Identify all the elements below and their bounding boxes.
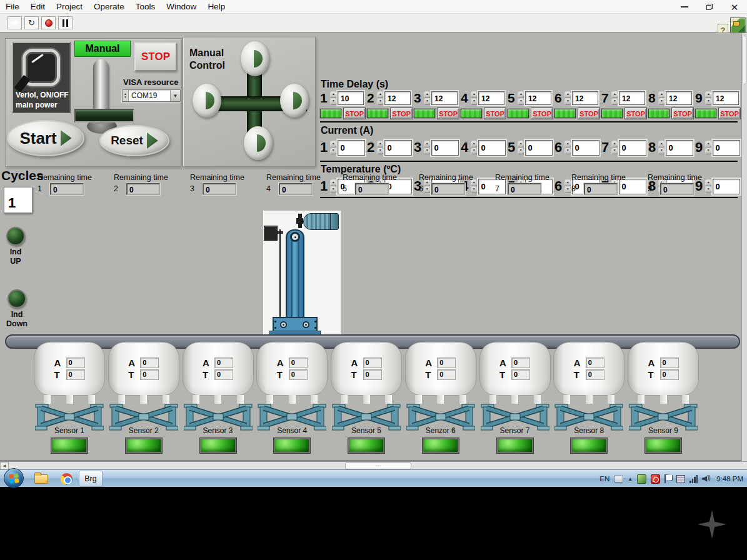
jog-down-button[interactable]	[244, 126, 273, 160]
spinner-control[interactable]: ▲▼	[518, 91, 524, 105]
spinner-control[interactable]: ▲▼	[611, 141, 618, 154]
time-delay-value[interactable]: 12	[478, 91, 504, 105]
spinner-up-icon[interactable]: ▲	[658, 91, 665, 98]
menu-tools[interactable]: Tools	[130, 1, 161, 12]
chrome-button[interactable]	[55, 471, 78, 486]
spinner-control[interactable]: ▲▼	[658, 91, 665, 105]
spinner-control[interactable]: ▲▼	[424, 141, 431, 154]
spinner-up-icon[interactable]: ▲	[705, 179, 712, 186]
spinner-up-icon[interactable]: ▲	[330, 91, 337, 98]
current-value[interactable]: 0	[619, 140, 646, 156]
spinner-down-icon[interactable]: ▼	[471, 98, 478, 105]
jog-left-button[interactable]	[193, 84, 221, 118]
time-delay-value[interactable]: 12	[666, 91, 692, 105]
menu-project[interactable]: Project	[51, 1, 88, 12]
channel-stop-button[interactable]: STOP	[391, 108, 412, 119]
keyboard-layout-icon[interactable]	[614, 476, 623, 482]
current-value[interactable]: 0	[713, 140, 740, 156]
spinner-control[interactable]: ▲▼	[564, 141, 571, 154]
spinner-control[interactable]: ▲▼	[330, 141, 337, 154]
spinner-down-icon[interactable]: ▼	[518, 148, 524, 154]
visa-resource-combo[interactable]: ▲▼ COM19 ▼	[122, 89, 181, 102]
spinner-down-icon[interactable]: ▼	[424, 98, 431, 105]
scroll-thumb[interactable]	[743, 36, 746, 84]
run-continuous-button[interactable]: ↻	[24, 16, 39, 29]
visa-dropdown-arrow[interactable]: ▼	[170, 90, 180, 101]
spinner-control[interactable]: ▲▼	[658, 141, 665, 154]
spinner-up-icon[interactable]: ▲	[471, 141, 478, 148]
menu-edit[interactable]: Edit	[25, 1, 51, 12]
spinner-control[interactable]: ▲▼	[471, 141, 478, 154]
temperature-value[interactable]: 0	[713, 179, 740, 194]
minimize-button[interactable]	[672, 0, 697, 14]
file-explorer-button[interactable]	[30, 471, 53, 486]
spinner-down-icon[interactable]: ▼	[658, 148, 665, 154]
current-value[interactable]: 0	[384, 140, 412, 156]
hidden-icons-arrow[interactable]: ▲	[628, 476, 633, 482]
spinner-down-icon[interactable]: ▼	[611, 148, 618, 154]
time-delay-value[interactable]: 12	[713, 91, 739, 105]
spinner-down-icon[interactable]: ▼	[424, 148, 431, 154]
spinner-control[interactable]: ▲▼	[705, 179, 712, 193]
spinner-down-icon[interactable]: ▼	[658, 98, 665, 105]
current-value[interactable]: 0	[338, 140, 365, 156]
tray-app-icon[interactable]	[676, 475, 685, 483]
channel-stop-button[interactable]: STOP	[719, 108, 740, 119]
spinner-control[interactable]: ▲▼	[377, 141, 384, 154]
spinner-up-icon[interactable]: ▲	[705, 141, 712, 148]
spinner-down-icon[interactable]: ▼	[705, 186, 712, 193]
spinner-up-icon[interactable]: ▲	[518, 141, 524, 148]
spinner-down-icon[interactable]: ▼	[330, 98, 337, 105]
spinner-up-icon[interactable]: ▲	[564, 141, 571, 148]
time-delay-value[interactable]: 12	[431, 91, 458, 105]
abort-button[interactable]	[41, 16, 56, 29]
spinner-down-icon[interactable]: ▼	[518, 98, 524, 105]
channel-stop-button[interactable]: STOP	[484, 108, 506, 119]
pause-button[interactable]	[58, 16, 73, 29]
current-value[interactable]: 0	[431, 140, 459, 156]
spinner-control[interactable]: ▲▼	[611, 91, 618, 105]
spinner-down-icon[interactable]: ▼	[705, 98, 712, 105]
spinner-control[interactable]: ▲▼	[377, 91, 384, 105]
jog-up-button[interactable]	[241, 41, 269, 76]
antivirus-tray-icon[interactable]	[651, 474, 660, 484]
start-menu-button[interactable]	[4, 468, 24, 488]
time-delay-value[interactable]: 10	[338, 91, 364, 105]
network-signal-icon[interactable]	[689, 475, 698, 483]
time-delay-value[interactable]: 12	[572, 91, 598, 105]
spinner-up-icon[interactable]: ▲	[611, 91, 618, 98]
spinner-control[interactable]: ▲▼	[330, 91, 337, 105]
channel-stop-button[interactable]: STOP	[438, 108, 459, 119]
spinner-control[interactable]: ▲▼	[471, 91, 478, 105]
spinner-down-icon[interactable]: ▼	[705, 148, 712, 154]
current-value[interactable]: 0	[572, 140, 599, 156]
taskbar-window-brg[interactable]: Brg	[79, 471, 103, 487]
jog-right-button[interactable]	[280, 84, 309, 118]
labview-tray-icon[interactable]	[637, 474, 646, 484]
spinner-control[interactable]: ▲▼	[424, 91, 431, 105]
current-value[interactable]: 0	[666, 140, 693, 156]
spinner-control[interactable]: ▲▼	[705, 141, 712, 154]
spinner-up-icon[interactable]: ▲	[518, 91, 524, 98]
channel-stop-button[interactable]: STOP	[531, 108, 553, 119]
spinner-up-icon[interactable]: ▲	[705, 91, 712, 98]
language-indicator[interactable]: EN	[599, 475, 609, 482]
action-center-flag-icon[interactable]	[664, 474, 672, 483]
current-value[interactable]: 0	[478, 140, 506, 156]
spinner-down-icon[interactable]: ▼	[564, 98, 571, 105]
spinner-up-icon[interactable]: ▲	[377, 91, 384, 98]
channel-stop-button[interactable]: STOP	[344, 108, 365, 119]
vertical-scrollbar[interactable]	[741, 33, 747, 461]
current-value[interactable]: 0	[525, 140, 553, 156]
scroll-thumb[interactable]: ⋯	[345, 462, 411, 469]
spinner-up-icon[interactable]: ▲	[611, 141, 618, 148]
clock[interactable]: 9:48 PM	[716, 475, 743, 482]
spinner-control[interactable]: ▲▼	[518, 141, 524, 154]
spinner-down-icon[interactable]: ▼	[471, 148, 478, 154]
spinner-up-icon[interactable]: ▲	[424, 141, 431, 148]
spinner-control[interactable]: ▲▼	[564, 91, 571, 105]
time-delay-value[interactable]: 12	[384, 91, 411, 105]
channel-stop-button[interactable]: STOP	[578, 108, 599, 119]
run-button[interactable]	[8, 16, 22, 29]
menu-window[interactable]: Window	[161, 1, 202, 12]
